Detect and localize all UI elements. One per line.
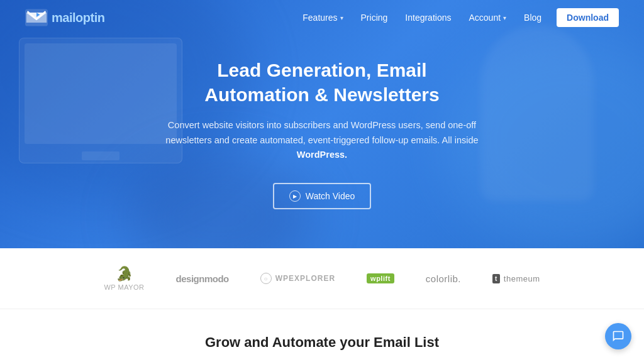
logo-themeum: t themeum bbox=[492, 274, 540, 283]
chat-icon bbox=[612, 330, 625, 343]
hero-content: Lead Generation, Email Automation & News… bbox=[152, 58, 492, 210]
nav-download-button[interactable]: Download bbox=[557, 8, 619, 27]
nav-links: Features ▾ Pricing Integrations Account … bbox=[296, 8, 619, 27]
grow-section: Grow and Automate your Email List Lead G… bbox=[0, 309, 644, 362]
navbar: mailoptin Features ▾ Pricing Integration… bbox=[0, 0, 644, 35]
nav-blog[interactable]: Blog bbox=[518, 9, 548, 26]
monitor-base bbox=[82, 151, 119, 160]
watch-video-button[interactable]: ▶ Watch Video bbox=[273, 183, 372, 209]
chevron-down-icon: ▾ bbox=[340, 14, 343, 21]
wpmayor-icon: 🐊 bbox=[116, 266, 133, 282]
logo-wpexplorer: ○ WPEXPLORER bbox=[260, 273, 335, 284]
logo-colorlib: colorlib. bbox=[426, 273, 461, 284]
hero-title: Lead Generation, Email Automation & News… bbox=[165, 58, 479, 107]
logos-section: 🐊 WP MAYOR designmodo ○ WPEXPLORER wplif… bbox=[0, 248, 644, 309]
logo-icon bbox=[25, 9, 48, 26]
chevron-down-icon-2: ▾ bbox=[503, 14, 506, 21]
nav-integrations[interactable]: Integrations bbox=[399, 9, 457, 26]
chat-bubble-button[interactable] bbox=[605, 323, 631, 349]
nav-features[interactable]: Features ▾ bbox=[296, 9, 349, 26]
themeum-icon: t bbox=[492, 274, 500, 283]
hero-section: Lead Generation, Email Automation & News… bbox=[0, 0, 644, 248]
logo-wpmayor: 🐊 WP MAYOR bbox=[104, 266, 144, 291]
person-silhouette bbox=[480, 25, 594, 201]
wplift-icon: wplift bbox=[367, 273, 394, 283]
logo-text: mailoptin bbox=[52, 11, 104, 25]
hero-subtitle: Convert website visitors into subscriber… bbox=[165, 118, 479, 163]
brand-logo[interactable]: mailoptin bbox=[25, 9, 104, 26]
logo-designmodo: designmodo bbox=[176, 273, 229, 284]
play-icon: ▶ bbox=[289, 190, 301, 202]
wpexplorer-icon: ○ bbox=[260, 273, 272, 284]
nav-pricing[interactable]: Pricing bbox=[355, 9, 394, 26]
grow-title: Grow and Automate your Email List bbox=[25, 334, 619, 351]
logo-wplift: wplift bbox=[367, 273, 394, 283]
nav-account[interactable]: Account ▾ bbox=[462, 9, 513, 26]
